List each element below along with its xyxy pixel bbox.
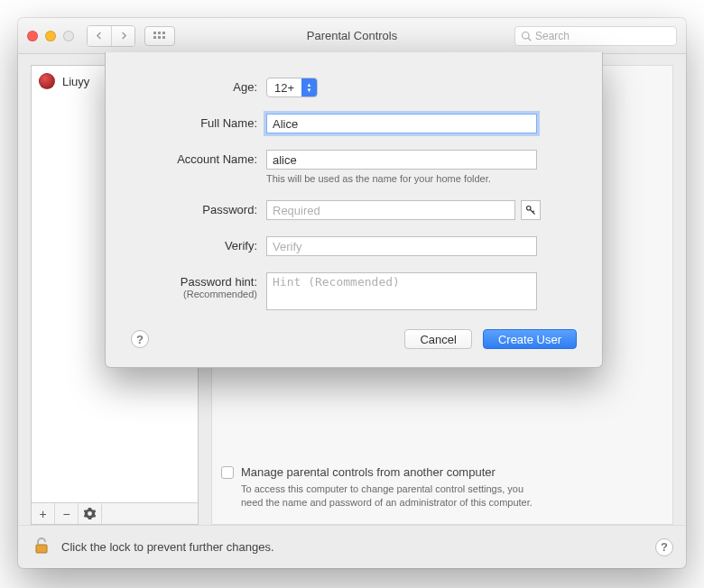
svg-rect-2 <box>162 32 165 34</box>
age-label: Age: <box>131 78 266 94</box>
avatar <box>39 73 55 89</box>
lock-text: Click the lock to prevent further change… <box>61 540 274 554</box>
manage-remote-checkbox[interactable] <box>221 466 234 479</box>
svg-rect-4 <box>158 36 161 39</box>
lock-icon[interactable] <box>31 535 52 559</box>
age-select[interactable]: 12+ ▲▼ <box>266 78 318 97</box>
titlebar: Parental Controls <box>18 18 686 54</box>
manage-remote-description: To access this computer to change parent… <box>241 482 548 510</box>
account-name-hint: This will be used as the name for your h… <box>266 173 577 184</box>
remove-user-button[interactable]: − <box>55 503 79 524</box>
password-assistant-button[interactable] <box>521 200 541 220</box>
svg-rect-3 <box>153 36 156 39</box>
password-input[interactable] <box>266 200 515 220</box>
svg-rect-5 <box>162 36 165 39</box>
window-footer: Click the lock to prevent further change… <box>18 525 686 568</box>
svg-point-6 <box>523 32 530 39</box>
svg-rect-0 <box>153 32 156 34</box>
gear-icon <box>84 508 96 519</box>
stepper-arrows-icon: ▲▼ <box>301 78 317 96</box>
cancel-button[interactable]: Cancel <box>404 329 471 349</box>
sidebar-footer: + − <box>32 502 198 524</box>
full-name-input[interactable] <box>266 114 537 133</box>
back-button[interactable] <box>88 26 111 46</box>
password-hint-label: Password hint: (Recommended) <box>131 272 266 299</box>
close-window-button[interactable] <box>27 31 38 41</box>
traffic-lights <box>27 31 74 41</box>
help-button[interactable]: ? <box>655 538 673 556</box>
svg-rect-8 <box>36 545 47 553</box>
account-name-label: Account Name: <box>131 150 266 166</box>
account-name-input[interactable] <box>266 150 537 170</box>
full-name-label: Full Name: <box>131 114 266 130</box>
forward-button[interactable] <box>111 26 134 46</box>
sheet-help-button[interactable]: ? <box>131 330 149 348</box>
create-user-button[interactable]: Create User <box>483 329 577 349</box>
create-user-sheet: Age: 12+ ▲▼ Full Name: Account Name: Thi… <box>105 52 603 368</box>
user-name: Liuyy <box>62 75 89 88</box>
key-icon <box>525 205 536 216</box>
add-user-button[interactable]: + <box>32 503 55 524</box>
minimize-window-button[interactable] <box>45 31 56 41</box>
search-icon <box>521 31 532 41</box>
nav-back-forward <box>87 25 135 47</box>
manage-remote-label: Manage parental controls from another co… <box>241 465 496 479</box>
search-input[interactable] <box>535 30 671 42</box>
zoom-window-button[interactable] <box>63 31 74 41</box>
search-field-wrap[interactable] <box>514 26 677 46</box>
svg-line-7 <box>528 38 531 41</box>
password-label: Password: <box>131 200 266 216</box>
manage-remote-section: Manage parental controls from another co… <box>221 465 663 510</box>
svg-rect-1 <box>158 32 161 34</box>
action-menu-button[interactable] <box>79 503 102 524</box>
verify-input[interactable] <box>266 236 537 256</box>
show-all-button[interactable] <box>144 26 175 46</box>
svg-line-11 <box>533 211 534 213</box>
age-value: 12+ <box>267 81 301 95</box>
verify-label: Verify: <box>131 236 266 253</box>
preferences-window: Parental Controls Liuyy + − <box>18 18 686 568</box>
password-hint-input[interactable] <box>266 272 537 310</box>
